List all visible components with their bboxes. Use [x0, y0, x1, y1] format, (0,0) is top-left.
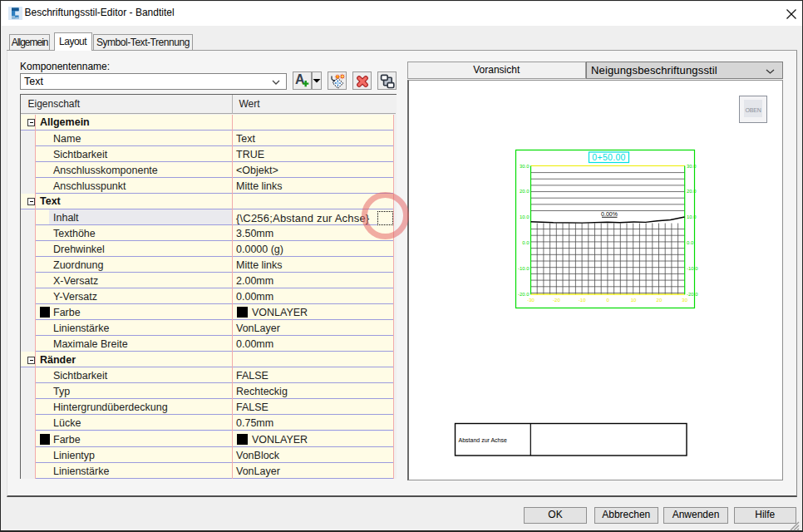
- svg-text:0: 0: [606, 298, 609, 303]
- svg-text:Abstand zur Achse: Abstand zur Achse: [458, 437, 506, 443]
- svg-text:-30: -30: [527, 298, 535, 303]
- svg-text:0.00%: 0.00%: [601, 210, 618, 216]
- svg-text:0.0: 0.0: [522, 240, 530, 245]
- svg-text:20.0: 20.0: [687, 189, 697, 194]
- svg-text:30: 30: [682, 298, 687, 303]
- svg-text:-20.0: -20.0: [687, 292, 698, 297]
- svg-text:0.0: 0.0: [687, 240, 694, 245]
- svg-text:10.0: 10.0: [687, 214, 697, 219]
- svg-text:10.0: 10.0: [520, 214, 530, 219]
- svg-text:30.0: 30.0: [520, 163, 530, 168]
- svg-text:-10.0: -10.0: [518, 266, 530, 271]
- svg-text:-10.0: -10.0: [687, 266, 698, 271]
- svg-text:20.0: 20.0: [520, 189, 530, 194]
- svg-text:-20.0: -20.0: [518, 292, 530, 297]
- svg-text:30.0: 30.0: [687, 163, 697, 168]
- svg-text:0+50.00: 0+50.00: [592, 152, 625, 162]
- svg-text:10: 10: [630, 298, 636, 303]
- svg-text:-20: -20: [553, 298, 560, 303]
- svg-text:20: 20: [656, 298, 662, 303]
- svg-text:-10: -10: [578, 298, 585, 303]
